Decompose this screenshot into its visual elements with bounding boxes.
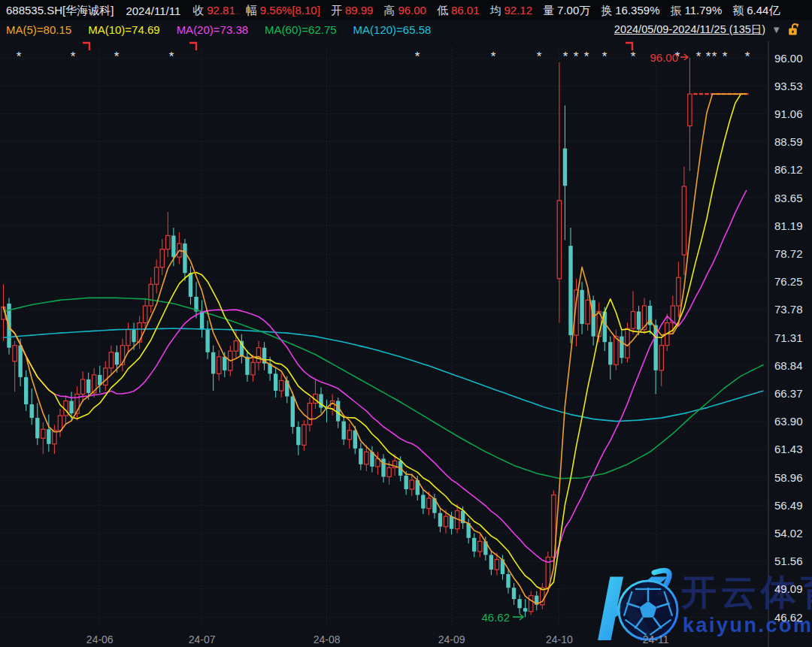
y-axis-label: 71.31 <box>774 331 803 344</box>
y-axis-label: 68.84 <box>774 359 803 372</box>
y-axis-label: 46.62 <box>774 611 803 624</box>
date-range-label[interactable]: 2024/05/09-2024/11/25 (135日) <box>614 23 765 37</box>
quote-field-label: 额 <box>732 4 744 17</box>
quote-field-label: 收 <box>192 4 204 17</box>
y-axis-label: 81.19 <box>774 219 803 232</box>
y-axis-label: 91.06 <box>774 107 803 120</box>
quote-field: 收92.81 <box>192 4 235 18</box>
quote-field-value: 86.01 <box>451 4 480 17</box>
quote-field-label: 量 <box>543 4 554 17</box>
y-axis-label: 93.53 <box>774 80 803 92</box>
y-axis-label: 51.56 <box>774 555 803 567</box>
y-axis-label: 49.09 <box>774 582 803 595</box>
kline-chart-area[interactable]: K开云体育kaiyun.com96.0093.5391.0688.5986.12… <box>0 0 812 647</box>
ma-legend-item: MA(5)=80.15 <box>6 23 71 36</box>
grid-layer <box>2 41 768 647</box>
event-asterisk-marker: * <box>602 50 607 64</box>
high-price-annotation: 96.00 <box>650 51 678 64</box>
ma-legend-item: MA(120)=65.58 <box>353 23 432 36</box>
event-asterisk-marker: * <box>723 50 728 64</box>
quote-field: 振11.79% <box>670 4 722 18</box>
quote-field-value: 92.81 <box>207 4 235 17</box>
quote-field-value: 92.12 <box>504 4 533 17</box>
x-axis-label: 24-08 <box>314 633 341 645</box>
event-asterisk-marker: * <box>563 50 568 64</box>
event-asterisk-marker: * <box>71 50 76 64</box>
x-axis-label: 24-11 <box>643 633 669 645</box>
y-axis-label: 61.43 <box>774 443 803 455</box>
ma-legend-item: MA(10)=74.69 <box>88 23 159 36</box>
low-price-annotation: 46.62 <box>481 611 510 624</box>
quote-field-value: 89.99 <box>345 4 374 17</box>
y-axis-label: 76.25 <box>774 275 803 288</box>
x-axis-label: 24-09 <box>438 633 465 645</box>
event-asterisk-marker: * <box>17 50 22 64</box>
y-axis-label: 58.96 <box>774 471 803 484</box>
quote-field-value: 16.359% <box>615 4 659 17</box>
y-axis-label: 83.65 <box>774 192 803 204</box>
quote-field: 量7.00万 <box>543 4 590 18</box>
quote-field: 额6.44亿 <box>732 4 780 18</box>
unlock-icon[interactable] <box>787 23 800 36</box>
ma-legend-item: MA(60)=62.75 <box>265 23 336 36</box>
y-axis-label: 73.78 <box>774 303 803 316</box>
quote-field-label: 均 <box>490 4 501 17</box>
event-asterisk-marker: * <box>696 50 701 64</box>
x-axis-label: 24-07 <box>189 633 216 645</box>
event-asterisk-marker: * <box>114 50 120 64</box>
quote-field-value: 11.79% <box>684 4 722 17</box>
x-axis-label: 24-10 <box>546 633 573 645</box>
y-axis-label: 78.72 <box>774 247 803 260</box>
watermark-soccer-ball-icon <box>619 581 677 639</box>
event-asterisk-marker: * <box>745 50 750 64</box>
event-flag-marker <box>83 43 89 50</box>
event-flag-marker <box>189 43 196 50</box>
stock-symbol: 688535.SH[华海诚科] <box>6 4 114 18</box>
quote-date: 2024/11/11 <box>126 5 180 17</box>
quote-field: 高96.00 <box>383 4 426 18</box>
event-asterisk-marker: * <box>631 50 636 64</box>
quote-field-label: 开 <box>331 4 342 17</box>
event-asterisk-marker: * <box>169 50 174 64</box>
ma-legend-item: MA(20)=73.38 <box>177 23 248 36</box>
quote-field-value: 6.44亿 <box>747 4 780 17</box>
date-range-selector[interactable]: 2024/05/09-2024/11/25 (135日) ▼ <box>614 23 800 37</box>
quote-field: 开89.99 <box>331 4 374 18</box>
quote-field: 低86.01 <box>437 4 480 18</box>
y-axis-label: 54.02 <box>774 527 803 540</box>
ma-header: MA(5)=80.15MA(10)=74.69MA(20)=73.38MA(60… <box>0 20 812 39</box>
ma-lines-layer <box>4 94 764 603</box>
axis-labels: 96.0093.5391.0688.5986.1283.6581.1978.72… <box>86 52 803 646</box>
quote-header: 688535.SH[华海诚科] 2024/11/11 收92.81幅9.56%[… <box>0 0 812 20</box>
quote-field-value: 96.00 <box>398 4 426 17</box>
event-asterisk-marker: * <box>491 50 496 64</box>
quote-field-label: 振 <box>670 4 681 17</box>
quote-field: 换16.359% <box>601 4 659 18</box>
x-axis-label: 24-06 <box>86 633 114 645</box>
event-asterisk-marker: * <box>415 50 420 64</box>
y-axis-label: 88.59 <box>774 135 803 148</box>
quote-field-label: 幅 <box>246 4 257 17</box>
chevron-down-icon[interactable]: ▼ <box>771 24 781 35</box>
y-axis-label: 66.37 <box>774 387 803 400</box>
quote-field-value: 7.00万 <box>557 4 590 17</box>
event-asterisk-marker: * <box>574 50 579 64</box>
quote-field-label: 换 <box>601 4 612 17</box>
watermark: K开云体育kaiyun.com <box>596 558 812 647</box>
event-asterisk-marker: * <box>537 50 542 64</box>
stock-chart-app: 688535.SH[华海诚科] 2024/11/11 收92.81幅9.56%[… <box>0 0 812 647</box>
y-axis-label: 56.49 <box>774 499 803 512</box>
quote-field-label: 低 <box>437 4 448 17</box>
quote-field-label: 高 <box>383 4 395 17</box>
event-asterisk-marker: * <box>584 50 589 64</box>
ma-legend: MA(5)=80.15MA(10)=74.69MA(20)=73.38MA(60… <box>6 23 431 36</box>
header-bars: 688535.SH[华海诚科] 2024/11/11 收92.81幅9.56%[… <box>0 0 812 39</box>
event-asterisk-marker: * <box>706 50 711 64</box>
quote-field: 均92.12 <box>490 4 533 18</box>
quote-field: 幅9.56%[8.10] <box>246 4 320 18</box>
y-axis-label: 86.12 <box>774 163 803 176</box>
y-axis-label: 96.00 <box>774 52 803 65</box>
quote-field-value: 9.56%[8.10] <box>260 4 320 17</box>
y-axis-label: 63.90 <box>774 415 803 428</box>
event-asterisk-marker: * <box>712 50 717 64</box>
